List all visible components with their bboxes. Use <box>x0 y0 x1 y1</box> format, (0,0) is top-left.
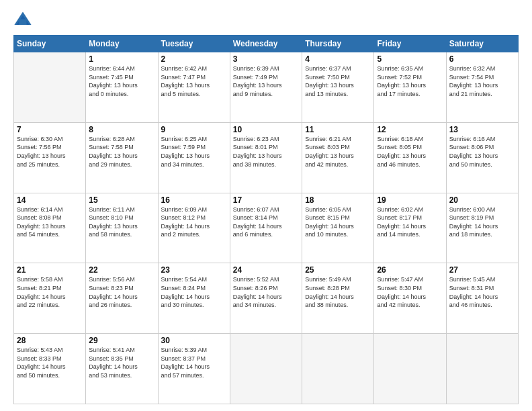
calendar-week-row: 7Sunrise: 6:30 AM Sunset: 7:56 PM Daylig… <box>14 122 519 193</box>
calendar-header-saturday: Saturday <box>446 36 518 52</box>
day-number: 25 <box>305 265 371 275</box>
calendar-header-friday: Friday <box>374 36 446 52</box>
calendar-cell: 15Sunrise: 6:11 AM Sunset: 8:10 PM Dayli… <box>86 193 158 263</box>
day-info: Sunrise: 5:49 AM Sunset: 8:28 PM Dayligh… <box>305 275 371 309</box>
day-info: Sunrise: 6:39 AM Sunset: 7:49 PM Dayligh… <box>233 64 299 98</box>
calendar-header-wednesday: Wednesday <box>230 36 302 52</box>
calendar-cell: 6Sunrise: 6:32 AM Sunset: 7:54 PM Daylig… <box>446 52 518 123</box>
calendar-cell: 5Sunrise: 6:35 AM Sunset: 7:52 PM Daylig… <box>374 52 446 123</box>
day-number: 13 <box>449 125 515 134</box>
calendar-cell: 17Sunrise: 6:07 AM Sunset: 8:14 PM Dayli… <box>230 193 302 263</box>
calendar-header-tuesday: Tuesday <box>158 36 230 52</box>
day-number: 5 <box>377 54 443 64</box>
calendar-cell: 7Sunrise: 6:30 AM Sunset: 7:56 PM Daylig… <box>14 122 86 193</box>
calendar-cell: 25Sunrise: 5:49 AM Sunset: 8:28 PM Dayli… <box>302 263 374 334</box>
day-number: 22 <box>89 265 154 275</box>
calendar-header-monday: Monday <box>86 36 158 52</box>
calendar-week-row: 21Sunrise: 5:58 AM Sunset: 8:21 PM Dayli… <box>14 263 519 334</box>
day-number: 12 <box>377 125 443 134</box>
day-info: Sunrise: 6:30 AM Sunset: 7:56 PM Dayligh… <box>17 135 83 169</box>
day-number: 24 <box>233 265 299 275</box>
day-info: Sunrise: 5:39 AM Sunset: 8:37 PM Dayligh… <box>161 346 227 379</box>
calendar-cell: 3Sunrise: 6:39 AM Sunset: 7:49 PM Daylig… <box>230 52 302 123</box>
calendar-week-row: 14Sunrise: 6:14 AM Sunset: 8:08 PM Dayli… <box>14 193 519 263</box>
calendar-cell: 23Sunrise: 5:54 AM Sunset: 8:24 PM Dayli… <box>158 263 230 334</box>
day-info: Sunrise: 5:58 AM Sunset: 8:21 PM Dayligh… <box>17 275 83 309</box>
day-number: 28 <box>17 336 83 345</box>
day-info: Sunrise: 6:32 AM Sunset: 7:54 PM Dayligh… <box>449 64 515 98</box>
logo <box>13 11 36 30</box>
calendar-cell: 10Sunrise: 6:23 AM Sunset: 8:01 PM Dayli… <box>230 122 302 193</box>
day-number: 6 <box>449 54 515 64</box>
day-number: 19 <box>377 195 443 205</box>
calendar-cell: 16Sunrise: 6:09 AM Sunset: 8:12 PM Dayli… <box>158 193 230 263</box>
day-number: 8 <box>89 125 154 134</box>
day-info: Sunrise: 6:07 AM Sunset: 8:14 PM Dayligh… <box>233 205 299 239</box>
day-info: Sunrise: 6:21 AM Sunset: 8:03 PM Dayligh… <box>305 135 371 169</box>
calendar-cell: 24Sunrise: 5:52 AM Sunset: 8:26 PM Dayli… <box>230 263 302 334</box>
calendar-cell <box>446 334 518 404</box>
calendar-week-row: 28Sunrise: 5:43 AM Sunset: 8:33 PM Dayli… <box>14 334 519 404</box>
day-number: 21 <box>17 265 83 275</box>
day-info: Sunrise: 6:25 AM Sunset: 7:59 PM Dayligh… <box>161 135 227 169</box>
calendar-cell: 11Sunrise: 6:21 AM Sunset: 8:03 PM Dayli… <box>302 122 374 193</box>
day-number: 2 <box>161 54 227 64</box>
day-number: 3 <box>233 54 299 64</box>
day-info: Sunrise: 6:16 AM Sunset: 8:06 PM Dayligh… <box>449 135 515 169</box>
day-info: Sunrise: 5:45 AM Sunset: 8:31 PM Dayligh… <box>449 275 515 309</box>
day-info: Sunrise: 5:54 AM Sunset: 8:24 PM Dayligh… <box>161 275 227 309</box>
calendar-cell: 22Sunrise: 5:56 AM Sunset: 8:23 PM Dayli… <box>86 263 158 334</box>
calendar-cell: 1Sunrise: 6:44 AM Sunset: 7:45 PM Daylig… <box>86 52 158 123</box>
day-number: 16 <box>161 195 227 205</box>
calendar-cell <box>230 334 302 404</box>
calendar-cell: 27Sunrise: 5:45 AM Sunset: 8:31 PM Dayli… <box>446 263 518 334</box>
day-info: Sunrise: 6:05 AM Sunset: 8:15 PM Dayligh… <box>305 205 371 239</box>
calendar-cell: 20Sunrise: 6:00 AM Sunset: 8:19 PM Dayli… <box>446 193 518 263</box>
calendar-cell: 19Sunrise: 6:02 AM Sunset: 8:17 PM Dayli… <box>374 193 446 263</box>
day-info: Sunrise: 6:44 AM Sunset: 7:45 PM Dayligh… <box>89 64 154 98</box>
day-info: Sunrise: 6:14 AM Sunset: 8:08 PM Dayligh… <box>17 205 83 239</box>
calendar-cell: 4Sunrise: 6:37 AM Sunset: 7:50 PM Daylig… <box>302 52 374 123</box>
day-info: Sunrise: 6:35 AM Sunset: 7:52 PM Dayligh… <box>377 64 443 98</box>
day-number: 10 <box>233 125 299 134</box>
day-number: 1 <box>89 54 154 64</box>
day-number: 11 <box>305 125 371 134</box>
day-info: Sunrise: 5:41 AM Sunset: 8:35 PM Dayligh… <box>89 346 154 379</box>
calendar-header-thursday: Thursday <box>302 36 374 52</box>
calendar-week-row: 1Sunrise: 6:44 AM Sunset: 7:45 PM Daylig… <box>14 52 519 123</box>
calendar-table: SundayMondayTuesdayWednesdayThursdayFrid… <box>13 35 519 404</box>
day-number: 14 <box>17 195 83 205</box>
calendar-cell: 9Sunrise: 6:25 AM Sunset: 7:59 PM Daylig… <box>158 122 230 193</box>
calendar-cell: 12Sunrise: 6:18 AM Sunset: 8:05 PM Dayli… <box>374 122 446 193</box>
calendar-cell: 30Sunrise: 5:39 AM Sunset: 8:37 PM Dayli… <box>158 334 230 404</box>
calendar-header-row: SundayMondayTuesdayWednesdayThursdayFrid… <box>14 36 519 52</box>
day-number: 23 <box>161 265 227 275</box>
day-info: Sunrise: 6:09 AM Sunset: 8:12 PM Dayligh… <box>161 205 227 239</box>
day-info: Sunrise: 6:42 AM Sunset: 7:47 PM Dayligh… <box>161 64 227 98</box>
calendar-cell: 8Sunrise: 6:28 AM Sunset: 7:58 PM Daylig… <box>86 122 158 193</box>
day-number: 15 <box>89 195 154 205</box>
svg-rect-2 <box>19 19 26 25</box>
calendar-cell <box>302 334 374 404</box>
day-info: Sunrise: 5:56 AM Sunset: 8:23 PM Dayligh… <box>89 275 154 309</box>
calendar-cell <box>374 334 446 404</box>
day-number: 18 <box>305 195 371 205</box>
calendar-cell: 13Sunrise: 6:16 AM Sunset: 8:06 PM Dayli… <box>446 122 518 193</box>
day-info: Sunrise: 5:47 AM Sunset: 8:30 PM Dayligh… <box>377 275 443 309</box>
day-info: Sunrise: 6:23 AM Sunset: 8:01 PM Dayligh… <box>233 135 299 169</box>
day-info: Sunrise: 6:28 AM Sunset: 7:58 PM Dayligh… <box>89 135 154 169</box>
day-number: 4 <box>305 54 371 64</box>
day-info: Sunrise: 6:00 AM Sunset: 8:19 PM Dayligh… <box>449 205 515 239</box>
day-number: 26 <box>377 265 443 275</box>
day-info: Sunrise: 5:52 AM Sunset: 8:26 PM Dayligh… <box>233 275 299 309</box>
calendar-cell: 21Sunrise: 5:58 AM Sunset: 8:21 PM Dayli… <box>14 263 86 334</box>
calendar-cell: 2Sunrise: 6:42 AM Sunset: 7:47 PM Daylig… <box>158 52 230 123</box>
calendar-cell: 14Sunrise: 6:14 AM Sunset: 8:08 PM Dayli… <box>14 193 86 263</box>
page: SundayMondayTuesdayWednesdayThursdayFrid… <box>0 0 532 411</box>
day-info: Sunrise: 5:43 AM Sunset: 8:33 PM Dayligh… <box>17 346 83 379</box>
calendar-cell: 26Sunrise: 5:47 AM Sunset: 8:30 PM Dayli… <box>374 263 446 334</box>
calendar-cell: 28Sunrise: 5:43 AM Sunset: 8:33 PM Dayli… <box>14 334 86 404</box>
calendar-cell <box>14 52 86 123</box>
day-number: 9 <box>161 125 227 134</box>
calendar-cell: 29Sunrise: 5:41 AM Sunset: 8:35 PM Dayli… <box>86 334 158 404</box>
